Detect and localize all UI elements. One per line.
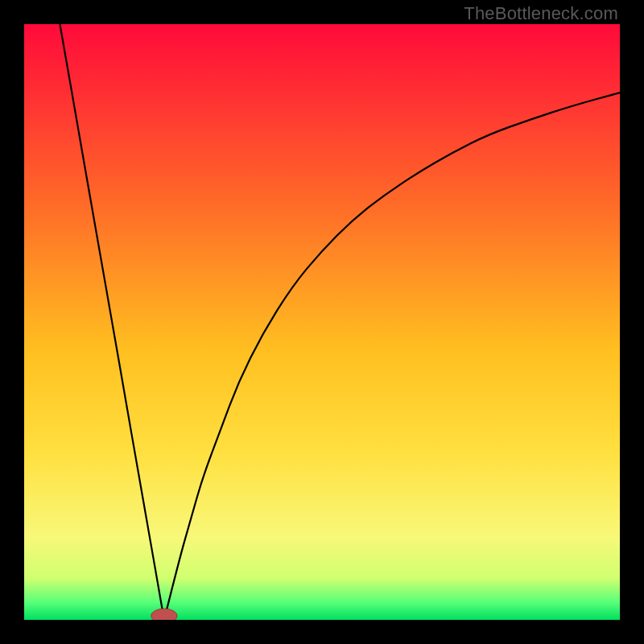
watermark-text: TheBottleneck.com bbox=[464, 3, 618, 24]
bottleneck-chart bbox=[24, 24, 620, 620]
chart-frame bbox=[24, 24, 620, 620]
minimum-marker bbox=[151, 609, 178, 620]
gradient-background bbox=[24, 24, 620, 620]
